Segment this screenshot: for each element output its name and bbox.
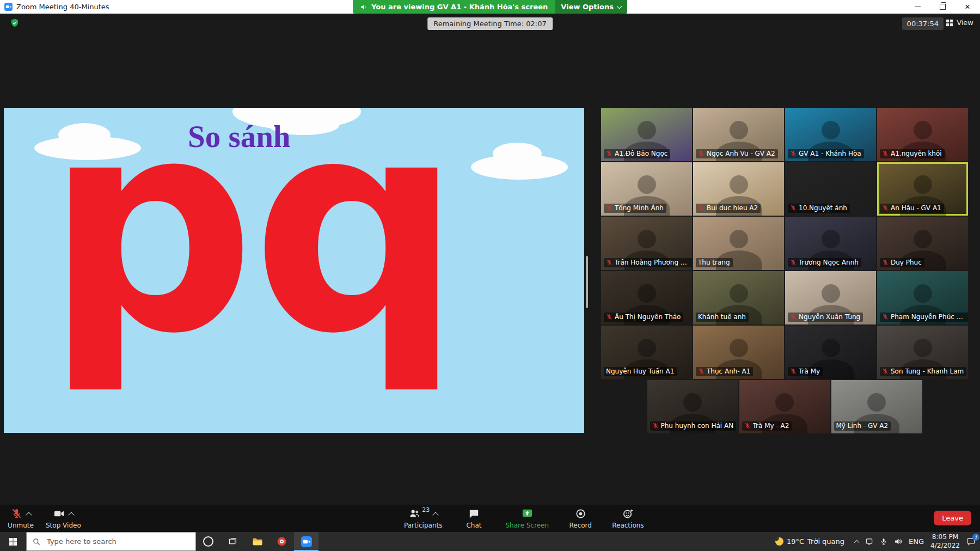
task-view-button[interactable] [220,532,245,551]
weather-desc: Trời quang [807,537,844,546]
unmute-button[interactable]: Unmute [7,507,35,529]
participant-nameplate: Thu trang [696,258,733,267]
tray-speaker-icon[interactable] [894,537,902,546]
participant-nameplate: Nguyễn Huy Tuấn A1 [604,367,677,376]
tray-mic-icon[interactable] [880,538,887,546]
muted-mic-icon [652,423,659,429]
participant-tile[interactable]: Tống Minh Ánh [601,162,692,216]
taskbar-search[interactable] [26,532,196,551]
participant-name: Thục Anh- A1 [707,368,750,375]
participant-name: Trương Ngọc Annh [799,259,859,266]
taskbar-clock[interactable]: 8:05 PM 4/2/2022 [930,533,960,550]
device-icon[interactable] [865,537,873,546]
muted-mic-icon [882,150,889,157]
participant-nameplate: 10.Nguyệt ánh [788,204,850,213]
participant-name: Trà My - A2 [753,422,789,430]
participant-tile[interactable]: 10.Nguyệt ánh [785,162,876,216]
participant-tile[interactable]: Trà My - A2 [739,380,830,433]
participant-name: An Hậu - GV A1 [891,204,941,212]
muted-mic-icon [606,314,612,320]
share-screen-label: Share Screen [506,522,549,529]
participant-tile[interactable]: Nguyễn Huy Tuấn A1 [601,326,692,379]
meeting-timer: 00:37:54 [902,17,944,30]
window-title: Zoom Meeting 40-Minutes [16,3,109,11]
chevron-up-icon[interactable] [26,512,32,518]
participant-tile[interactable]: Âu Thị Nguyên Thảo [601,271,692,325]
gallery-row: A1.Đỗ Bảo NgọcNgọc Anh Vu - GV A2GV A1 -… [601,108,968,161]
participant-nameplate: Nguyễn Xuân Tùng [788,313,863,322]
participant-name: Thu trang [698,259,730,266]
muted-mic-icon [744,423,751,429]
participant-tile[interactable]: Duy Phuc [877,217,968,270]
participant-tile[interactable]: Nguyễn Xuân Tùng [785,271,876,325]
tray-expand-icon[interactable] [854,540,860,546]
language-indicator[interactable]: ENG [909,537,924,546]
participant-name: Khánh tuệ anh [698,313,746,321]
close-button[interactable]: ✕ [955,0,980,14]
weather-widget[interactable]: 19°C Trời quang [775,537,844,546]
restore-icon [940,4,946,10]
participant-nameplate: Trần Hoàng Phương An... [604,258,692,267]
share-banner-text: You are viewing GV A1 - Khánh Hòa's scre… [371,3,548,11]
start-button[interactable] [0,532,26,551]
leave-button[interactable]: Leave [934,511,971,525]
participant-tile[interactable]: An Hậu - GV A1 [877,162,968,216]
notification-badge: 3 [972,534,979,541]
search-input[interactable] [46,537,190,546]
participants-grid: A1.Đỗ Bảo NgọcNgọc Anh Vu - GV A2GV A1 -… [601,108,968,434]
participant-nameplate: Trương Ngọc Annh [788,258,861,267]
participants-button[interactable]: 23 Participants [404,507,443,529]
participant-tile[interactable]: Khánh tuệ anh [693,271,784,325]
record-button[interactable]: Record [566,507,595,529]
chat-button[interactable]: Chat [460,507,488,529]
gallery-row: Trần Hoàng Phương An...Thu trangTrương N… [601,217,968,270]
share-screen-button[interactable]: Share Screen [506,507,549,529]
participant-tile[interactable]: A1.nguyên khôi [877,108,968,161]
restore-button[interactable] [930,0,955,14]
participant-name: Trà My [799,368,820,375]
participant-tile[interactable]: Phu huynh con Hải AN [647,380,738,433]
search-icon [32,537,41,546]
muted-mic-icon [790,205,797,211]
zoom-taskbar-button[interactable] [294,532,318,551]
participant-name: Duy Phuc [891,259,922,266]
task-view-icon [228,537,237,546]
titlebar-left: Zoom Meeting 40-Minutes [4,0,109,14]
toolbar-left-group: Unmute Stop Video [7,507,81,529]
participant-tile[interactable]: Trần Hoàng Phương An... [601,217,692,270]
participant-tile[interactable]: Trà My [785,326,876,379]
gallery-row: Tống Minh ÁnhBui duc hieu A210.Nguyệt án… [601,162,968,216]
file-explorer-button[interactable] [245,532,270,551]
chevron-up-icon[interactable] [433,512,439,518]
participant-tile[interactable]: Thục Anh- A1 [693,326,784,379]
participant-name: Bui duc hieu A2 [707,204,758,212]
participant-nameplate: Son Tung - Khanh Lam [880,367,966,376]
cloud [493,143,542,164]
action-center-button[interactable]: 3 [966,537,976,546]
participant-tile[interactable]: Thu trang [693,217,784,270]
participant-tile[interactable]: A1.Đỗ Bảo Ngọc [601,108,692,161]
browser-button[interactable] [270,532,294,551]
view-button[interactable]: View [946,19,973,27]
participant-nameplate: GV A1 - Khánh Hòa [788,149,864,158]
screen-share-banner: You are viewing GV A1 - Khánh Hòa's scre… [353,0,627,14]
cortana-button[interactable] [196,532,220,551]
clock-date: 4/2/2022 [930,542,960,550]
participant-tile[interactable]: Son Tung - Khanh Lam [877,326,968,379]
muted-mic-icon [790,314,797,320]
participant-tile[interactable]: Trương Ngọc Annh [785,217,876,270]
reactions-button[interactable]: Reactions [612,507,644,529]
stop-video-button[interactable]: Stop Video [46,507,81,529]
participant-tile[interactable]: Mỹ Linh - GV A2 [831,380,922,433]
participant-tile[interactable]: Bui duc hieu A2 [693,162,784,216]
view-options-button[interactable]: View Options [555,0,627,14]
participant-name: Tống Minh Ánh [615,204,664,212]
gallery-resize-handle[interactable] [586,256,588,308]
participant-tile[interactable]: GV A1 - Khánh Hòa [785,108,876,161]
participant-nameplate: Phu huynh con Hải AN [650,421,737,431]
muted-mic-icon [606,259,612,266]
participant-tile[interactable]: Ngọc Anh Vu - GV A2 [693,108,784,161]
chevron-up-icon[interactable] [69,512,75,518]
minimize-button[interactable] [905,0,930,14]
participant-tile[interactable]: Phạm Nguyễn Phúc Ngu... [877,271,968,325]
